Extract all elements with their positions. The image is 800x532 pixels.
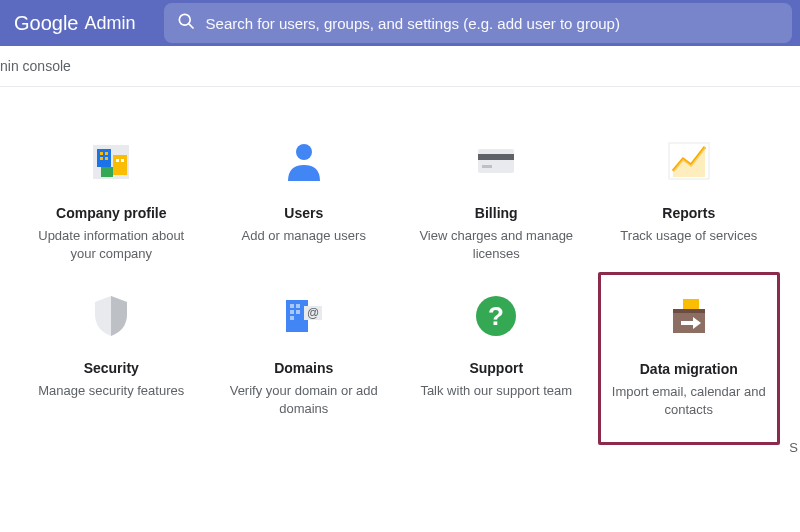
tile-users[interactable]: Users Add or manage users <box>213 127 396 272</box>
svg-rect-21 <box>290 310 294 314</box>
tile-title: Support <box>469 360 523 376</box>
data-migration-icon <box>665 293 713 341</box>
tile-company-profile[interactable]: Company profile Update information about… <box>20 127 203 272</box>
search-bar[interactable] <box>164 3 792 43</box>
svg-rect-5 <box>105 152 108 155</box>
tile-reports[interactable]: Reports Track usage of services <box>598 127 781 272</box>
svg-rect-4 <box>100 152 103 155</box>
tile-domains[interactable]: @ Domains Verify your domain or add doma… <box>213 282 396 445</box>
tile-desc: Talk with our support team <box>420 382 572 400</box>
svg-text:@: @ <box>307 306 319 320</box>
billing-icon <box>472 137 520 185</box>
tile-title: Security <box>84 360 139 376</box>
svg-rect-20 <box>296 304 300 308</box>
tile-desc: Verify your domain or add domains <box>221 382 388 417</box>
tile-title: Domains <box>274 360 333 376</box>
users-icon <box>280 137 328 185</box>
svg-rect-15 <box>482 165 492 168</box>
tile-billing[interactable]: Billing View charges and manage licenses <box>405 127 588 272</box>
svg-rect-7 <box>105 157 108 160</box>
svg-text:?: ? <box>488 301 504 331</box>
tile-title: Billing <box>475 205 518 221</box>
security-icon <box>87 292 135 340</box>
logo[interactable]: Google Admin <box>14 12 136 35</box>
svg-line-1 <box>188 24 193 29</box>
tile-desc: Add or manage users <box>242 227 366 245</box>
breadcrumb: nin console <box>0 46 800 87</box>
svg-rect-31 <box>673 309 705 313</box>
admin-grid: Company profile Update information about… <box>0 87 800 445</box>
svg-rect-3 <box>97 149 111 167</box>
svg-rect-8 <box>113 155 127 175</box>
tile-security[interactable]: Security Manage security features <box>20 282 203 445</box>
svg-rect-13 <box>478 149 514 173</box>
svg-rect-23 <box>290 316 294 320</box>
logo-google-text: Google <box>14 12 79 35</box>
tile-title: Company profile <box>56 205 166 221</box>
tile-data-migration[interactable]: Data migration Import email, calendar an… <box>598 272 781 445</box>
edge-cutoff-text: S <box>789 440 798 455</box>
tile-desc: Update information about your company <box>28 227 195 262</box>
tile-desc: View charges and manage licenses <box>413 227 580 262</box>
svg-rect-10 <box>121 159 124 162</box>
company-profile-icon <box>87 137 135 185</box>
header-bar: Google Admin <box>0 0 800 46</box>
svg-rect-9 <box>116 159 119 162</box>
tile-title: Data migration <box>640 361 738 377</box>
search-icon <box>176 11 196 35</box>
svg-rect-6 <box>100 157 103 160</box>
tile-title: Users <box>284 205 323 221</box>
svg-rect-19 <box>290 304 294 308</box>
support-icon: ? <box>472 292 520 340</box>
domains-icon: @ <box>280 292 328 340</box>
tile-support[interactable]: ? Support Talk with our support team <box>405 282 588 445</box>
tile-desc: Manage security features <box>38 382 184 400</box>
tile-title: Reports <box>662 205 715 221</box>
svg-rect-11 <box>101 167 113 177</box>
reports-icon <box>665 137 713 185</box>
tile-desc: Track usage of services <box>620 227 757 245</box>
svg-rect-22 <box>296 310 300 314</box>
svg-point-0 <box>179 14 190 25</box>
svg-rect-14 <box>478 154 514 160</box>
search-input[interactable] <box>206 15 780 32</box>
svg-rect-29 <box>683 299 691 303</box>
logo-admin-text: Admin <box>85 13 136 34</box>
tile-desc: Import email, calendar and contacts <box>609 383 770 418</box>
svg-point-12 <box>296 144 312 160</box>
